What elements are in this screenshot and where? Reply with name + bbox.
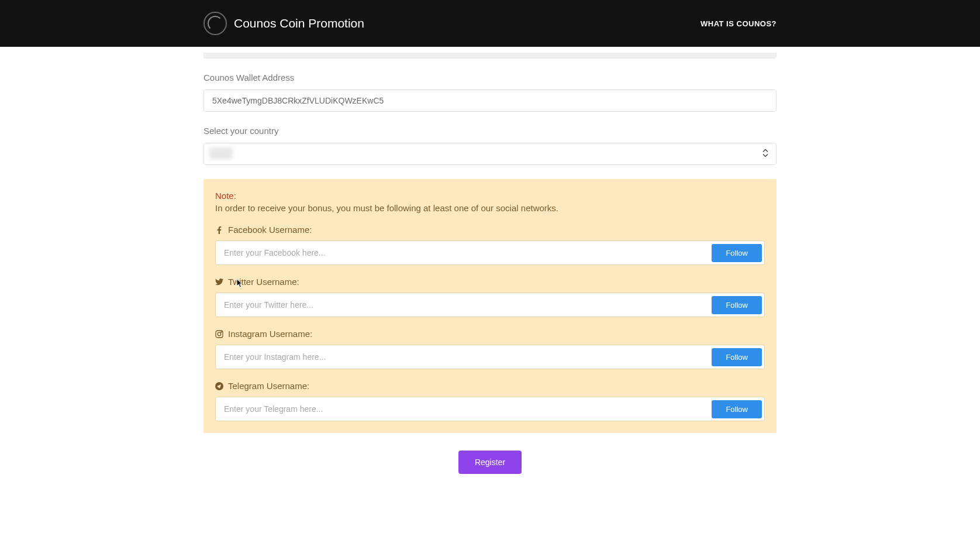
note-box: Note: In order to receive your bonus, yo… [203, 179, 777, 433]
nav-what-is-counos[interactable]: WHAT IS COUNOS? [701, 19, 777, 28]
note-title: Note: [215, 191, 765, 201]
twitter-row: Twitter Username: Follow [215, 277, 765, 317]
telegram-label: Telegram Username: [215, 381, 765, 391]
logo-group: Counos Coin Promotion [203, 12, 364, 35]
note-text: In order to receive your bonus, you must… [215, 203, 765, 213]
wallet-address-input[interactable] [203, 90, 777, 112]
telegram-row: Telegram Username: Follow [215, 381, 765, 421]
instagram-input-group: Follow [215, 345, 765, 369]
header: Counos Coin Promotion WHAT IS COUNOS? [0, 0, 980, 47]
facebook-follow-button[interactable]: Follow [712, 244, 762, 262]
svg-point-2 [221, 331, 222, 332]
facebook-icon [215, 226, 223, 234]
instagram-row: Instagram Username: Follow [215, 329, 765, 369]
twitter-input[interactable] [218, 295, 712, 314]
facebook-row: Facebook Username: Follow [215, 225, 765, 265]
country-label: Select your country [203, 126, 777, 136]
facebook-input-group: Follow [215, 240, 765, 265]
wallet-address-label: Counos Wallet Address [203, 73, 777, 82]
twitter-follow-button[interactable]: Follow [712, 296, 762, 314]
instagram-label-text: Instagram Username: [228, 329, 312, 339]
form-container: Counos Wallet Address Select your countr… [203, 47, 777, 474]
twitter-label: Twitter Username: [215, 277, 765, 287]
country-select[interactable] [203, 143, 777, 165]
facebook-label-text: Facebook Username: [228, 225, 312, 235]
telegram-input-group: Follow [215, 397, 765, 421]
telegram-input[interactable] [218, 400, 712, 418]
previous-field-stub [203, 53, 777, 59]
twitter-icon [215, 278, 223, 286]
logo-icon [203, 12, 227, 35]
country-blur-placeholder [209, 147, 233, 159]
instagram-label: Instagram Username: [215, 329, 765, 339]
register-button[interactable]: Register [458, 451, 522, 474]
instagram-icon [215, 330, 223, 338]
brand-title: Counos Coin Promotion [234, 16, 364, 30]
twitter-input-group: Follow [215, 293, 765, 317]
facebook-label: Facebook Username: [215, 225, 765, 235]
svg-point-1 [218, 332, 221, 336]
facebook-input[interactable] [218, 243, 712, 262]
telegram-follow-button[interactable]: Follow [712, 400, 762, 418]
twitter-label-text: Twitter Username: [228, 277, 299, 287]
telegram-label-text: Telegram Username: [228, 381, 309, 391]
country-select-wrapper [203, 143, 777, 165]
instagram-input[interactable] [218, 348, 712, 366]
instagram-follow-button[interactable]: Follow [712, 348, 762, 366]
telegram-icon [215, 382, 223, 390]
